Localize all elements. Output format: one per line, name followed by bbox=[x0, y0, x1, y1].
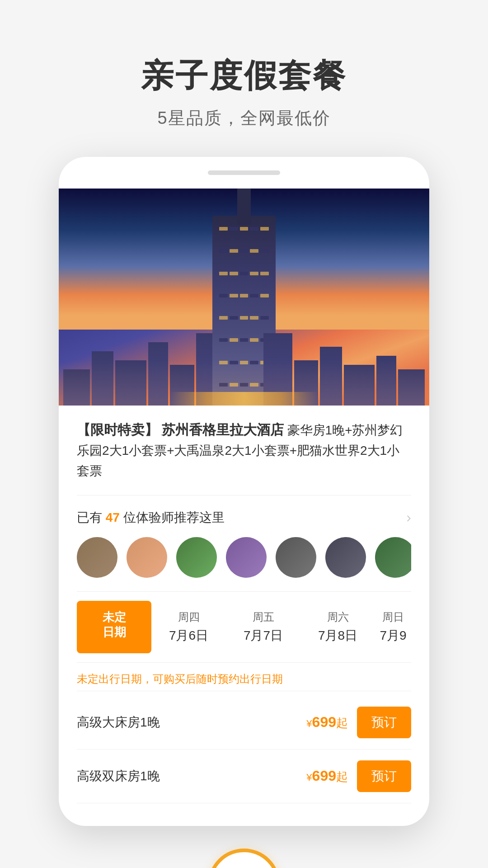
phone-notch bbox=[208, 170, 280, 175]
date-day-sat: 周六 bbox=[305, 610, 371, 624]
hotel-image bbox=[59, 189, 429, 406]
room-name-1: 高级大床房1晚 bbox=[77, 714, 160, 731]
date-note: 未定出行日期，可购买后随时预约出行日期 bbox=[77, 663, 411, 691]
currency-2: ¥ bbox=[306, 772, 312, 783]
reviews-section: 已有 47 位体验师推荐这里 › bbox=[77, 495, 411, 592]
award-area: RE Aw bbox=[0, 826, 488, 868]
currency-1: ¥ bbox=[306, 718, 312, 729]
reviews-prefix: 已有 bbox=[77, 510, 102, 524]
reviews-title: 已有 47 位体验师推荐这里 bbox=[77, 509, 225, 526]
price-suffix-1: 起 bbox=[336, 716, 348, 730]
award-ring: RE Aw bbox=[208, 849, 280, 868]
date-num-sun: 7月9 bbox=[380, 627, 407, 644]
date-day-sun: 周日 bbox=[380, 610, 407, 624]
date-undecided[interactable]: 未定日期 bbox=[77, 601, 151, 653]
book-button-1[interactable]: 预订 bbox=[357, 707, 411, 738]
avatar bbox=[226, 537, 267, 578]
avatar bbox=[375, 537, 411, 578]
date-sun[interactable]: 周日 7月9 bbox=[375, 601, 411, 653]
date-num-thu: 7月6日 bbox=[156, 627, 221, 644]
reviews-suffix: 位体验师推荐这里 bbox=[123, 510, 225, 524]
avatar bbox=[325, 537, 366, 578]
hotel-description: 【限时特卖】 苏州香格里拉大酒店 豪华房1晚+苏州梦幻乐园2大1小套票+大禹温泉… bbox=[77, 406, 411, 495]
date-fri[interactable]: 周五 7月7日 bbox=[226, 601, 300, 653]
room-right-1: ¥699起 预订 bbox=[306, 707, 411, 738]
page-header: 亲子度假套餐 5星品质，全网最低价 bbox=[0, 0, 488, 157]
price-suffix-2: 起 bbox=[336, 770, 348, 783]
date-row: 未定日期 周四 7月6日 周五 7月7日 周六 7月8日 bbox=[77, 601, 411, 653]
phone-frame: 【限时特卖】 苏州香格里拉大酒店 豪华房1晚+苏州梦幻乐园2大1小套票+大禹温泉… bbox=[59, 157, 429, 826]
chevron-right-icon: › bbox=[406, 509, 411, 526]
room-price-2: ¥699起 bbox=[306, 768, 348, 785]
room-options: 高级大床房1晚 ¥699起 预订 高级双床房1晚 ¥699起 预订 bbox=[77, 691, 411, 808]
date-num-fri: 7月7日 bbox=[230, 627, 296, 644]
avatars-row bbox=[77, 537, 411, 578]
hotel-name: 苏州香格里拉大酒店 bbox=[162, 422, 284, 437]
room-price-1: ¥699起 bbox=[306, 714, 348, 731]
book-button-2[interactable]: 预订 bbox=[357, 760, 411, 792]
date-sat[interactable]: 周六 7月8日 bbox=[300, 601, 375, 653]
date-day-thu: 周四 bbox=[156, 610, 221, 624]
date-thu[interactable]: 周四 7月6日 bbox=[151, 601, 226, 653]
amount-2: 699 bbox=[312, 768, 336, 784]
award-badge: RE Aw bbox=[199, 844, 289, 868]
avatar bbox=[127, 537, 167, 578]
page-subtitle: 5星品质，全网最低价 bbox=[0, 107, 488, 130]
undecided-label: 未定日期 bbox=[103, 610, 126, 639]
amount-1: 699 bbox=[312, 714, 336, 730]
date-num-sat: 7月8日 bbox=[305, 627, 371, 644]
avatar bbox=[176, 537, 217, 578]
avatar bbox=[276, 537, 316, 578]
reviews-count: 47 bbox=[106, 510, 120, 524]
hotel-badge: 【限时特卖】 bbox=[77, 422, 158, 437]
date-day-fri: 周五 bbox=[230, 610, 296, 624]
page-title: 亲子度假套餐 bbox=[0, 54, 488, 98]
avatar bbox=[77, 537, 117, 578]
room-name-2: 高级双床房1晚 bbox=[77, 768, 160, 785]
room-row: 高级大床房1晚 ¥699起 预订 bbox=[77, 696, 411, 750]
date-section: 未定日期 周四 7月6日 周五 7月7日 周六 7月8日 bbox=[77, 592, 411, 663]
city-lights bbox=[59, 360, 429, 406]
room-row-2: 高级双床房1晚 ¥699起 预订 bbox=[77, 750, 411, 803]
reviews-header[interactable]: 已有 47 位体验师推荐这里 › bbox=[77, 509, 411, 526]
content-area: 【限时特卖】 苏州香格里拉大酒店 豪华房1晚+苏州梦幻乐园2大1小套票+大禹温泉… bbox=[59, 406, 429, 808]
room-right-2: ¥699起 预订 bbox=[306, 760, 411, 792]
